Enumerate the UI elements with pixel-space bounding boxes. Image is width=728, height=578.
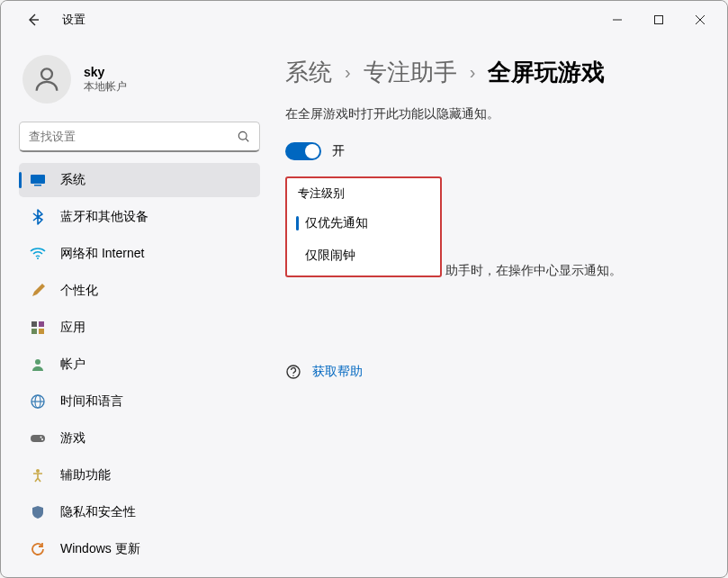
nav-item-system[interactable]: 系统 (19, 163, 260, 197)
chevron-right-icon: › (345, 62, 351, 83)
sidebar: sky 本地帐户 系统 蓝牙和其他设 (1, 39, 271, 577)
nav-label: 系统 (60, 172, 85, 188)
maximize-icon (654, 15, 663, 24)
svg-rect-11 (31, 321, 37, 327)
breadcrumb-current: 全屏玩游戏 (488, 57, 605, 88)
svg-rect-2 (655, 16, 663, 24)
nav-item-bluetooth[interactable]: 蓝牙和其他设备 (19, 200, 260, 234)
nav-item-accounts[interactable]: 帐户 (19, 348, 260, 382)
help-icon (285, 364, 301, 380)
svg-point-15 (35, 359, 40, 365)
nav-item-windows-update[interactable]: Windows 更新 (19, 532, 260, 566)
toggle-row: 开 (285, 142, 700, 160)
close-button[interactable] (680, 6, 720, 33)
focus-level-dropdown[interactable]: 专注级别 仅优先通知 仅限闹钟 (285, 176, 442, 277)
nav-item-accessibility[interactable]: 辅助功能 (19, 458, 260, 492)
close-icon (696, 15, 705, 24)
bluetooth-icon (30, 209, 46, 225)
toggle-state-label: 开 (332, 143, 345, 159)
nav-label: 辅助功能 (60, 467, 111, 483)
nav-label: 应用 (60, 320, 85, 336)
svg-point-22 (36, 469, 40, 473)
accessibility-icon (30, 467, 46, 483)
dropdown-title: 专注级别 (287, 178, 440, 207)
apps-icon (30, 320, 46, 336)
wifi-icon (30, 246, 46, 262)
chevron-right-icon: › (470, 62, 476, 83)
svg-rect-8 (31, 175, 45, 184)
svg-rect-9 (34, 185, 41, 186)
user-subtitle: 本地帐户 (84, 79, 127, 95)
svg-point-10 (37, 257, 39, 259)
svg-point-5 (41, 68, 52, 79)
nav-label: 个性化 (60, 283, 98, 299)
nav-label: 游戏 (60, 430, 85, 447)
minimize-button[interactable] (598, 6, 637, 33)
nav-label: 网络和 Internet (60, 246, 144, 262)
minimize-icon (613, 15, 622, 24)
search-input[interactable] (29, 130, 238, 143)
back-arrow-icon (26, 13, 40, 27)
update-icon (30, 541, 46, 557)
avatar (22, 55, 71, 104)
main-content: 系统 › 专注助手 › 全屏玩游戏 在全屏游戏时打开此功能以隐藏通知。 开 专注… (271, 39, 727, 577)
help-label: 获取帮助 (312, 364, 363, 380)
nav-item-time-language[interactable]: 时间和语言 (19, 384, 260, 419)
window-controls (598, 6, 720, 33)
svg-rect-19 (31, 435, 45, 442)
toggle-switch[interactable] (285, 142, 321, 160)
nav-item-apps[interactable]: 应用 (19, 311, 260, 345)
page-description: 在全屏游戏时打开此功能以隐藏通知。 (285, 106, 700, 122)
svg-rect-12 (39, 321, 44, 327)
maximize-button[interactable] (639, 6, 679, 33)
brush-icon (30, 283, 46, 299)
svg-point-21 (41, 438, 43, 440)
nav-item-personalization[interactable]: 个性化 (19, 274, 260, 308)
breadcrumb-system[interactable]: 系统 (285, 57, 332, 88)
search-icon (238, 131, 250, 143)
svg-point-24 (292, 375, 294, 376)
display-icon (30, 172, 46, 188)
breadcrumb-focus-assist[interactable]: 专注助手 (364, 57, 457, 88)
svg-point-6 (238, 131, 247, 140)
search-box[interactable] (19, 122, 260, 152)
person-icon (30, 357, 46, 373)
nav-label: 时间和语言 (60, 393, 123, 410)
svg-line-7 (246, 139, 248, 141)
nav-item-gaming[interactable]: 游戏 (19, 421, 260, 456)
nav-label: 隐私和安全性 (60, 504, 136, 520)
breadcrumb: 系统 › 专注助手 › 全屏玩游戏 (285, 57, 700, 88)
back-button[interactable] (19, 5, 48, 34)
window-title: 设置 (62, 12, 85, 28)
nav-label: 帐户 (60, 357, 85, 373)
gamepad-icon (30, 430, 46, 447)
nav-list: 系统 蓝牙和其他设备 网络和 Internet (19, 163, 260, 577)
titlebar: 设置 (1, 1, 727, 39)
person-icon (31, 64, 62, 95)
nav-item-network[interactable]: 网络和 Internet (19, 237, 260, 271)
dropdown-option-priority[interactable]: 仅优先通知 (287, 207, 440, 239)
nav-label: Windows 更新 (60, 541, 140, 557)
hint-text: 助手时，在操作中心显示通知。 (440, 263, 622, 279)
get-help-link[interactable]: 获取帮助 (285, 364, 700, 380)
nav-item-privacy[interactable]: 隐私和安全性 (19, 495, 260, 529)
globe-icon (30, 393, 46, 410)
checkbox-hint-row: 助手时，在操作中心显示通知。 (440, 263, 622, 279)
user-name: sky (84, 65, 127, 79)
dropdown-option-alarms[interactable]: 仅限闹钟 (287, 239, 440, 272)
user-block[interactable]: sky 本地帐户 (19, 50, 260, 116)
shield-icon (30, 504, 46, 520)
option-label: 仅优先通知 (305, 215, 368, 231)
option-label: 仅限闹钟 (305, 248, 355, 264)
svg-rect-13 (31, 329, 37, 334)
svg-rect-14 (39, 329, 44, 334)
nav-label: 蓝牙和其他设备 (60, 209, 148, 225)
svg-point-20 (40, 437, 42, 438)
